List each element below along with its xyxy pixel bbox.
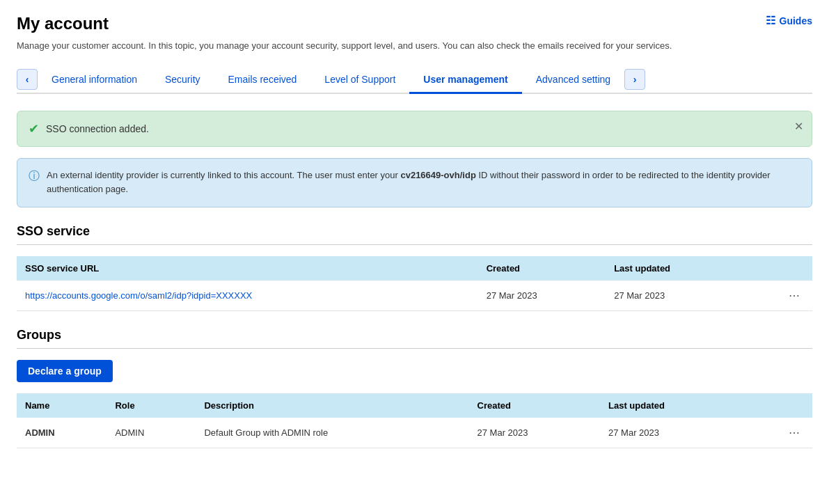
group-actions-cell: ⋯ bbox=[742, 418, 812, 448]
info-alert: ⓘ An external identity provider is curre… bbox=[17, 158, 812, 208]
success-alert-close-button[interactable]: ✕ bbox=[794, 120, 803, 133]
sso-section-title: SSO service bbox=[17, 224, 812, 239]
tab-level-of-support[interactable]: Level of Support bbox=[310, 67, 409, 94]
tab-user-management[interactable]: User management bbox=[409, 67, 521, 94]
tab-prev-button[interactable]: ‹ bbox=[17, 69, 38, 90]
info-alert-text: An external identity provider is current… bbox=[47, 168, 800, 198]
page-subtitle: Manage your customer account. In this to… bbox=[17, 39, 812, 53]
sso-created-cell: 27 Mar 2023 bbox=[478, 281, 606, 311]
group-row-actions-button[interactable]: ⋯ bbox=[784, 425, 804, 441]
groups-table-header-row: Name Role Description Created Last updat… bbox=[17, 393, 812, 418]
table-row: ADMIN ADMIN Default Group with ADMIN rol… bbox=[17, 418, 812, 448]
groups-col-name: Name bbox=[17, 393, 106, 418]
page-title: My account bbox=[17, 14, 109, 33]
sso-service-section: SSO service SSO service URL Created Last… bbox=[17, 224, 812, 311]
tab-advanced-setting[interactable]: Advanced setting bbox=[522, 67, 624, 94]
groups-col-role: Role bbox=[106, 393, 196, 418]
guides-link[interactable]: ☷ Guides bbox=[766, 14, 812, 27]
sso-url-link[interactable]: https://accounts.google.com/o/saml2/idp?… bbox=[25, 290, 252, 301]
groups-divider bbox=[17, 348, 812, 349]
tabs-container: ‹ General information Security Emails re… bbox=[17, 67, 812, 94]
sso-table: SSO service URL Created Last updated htt… bbox=[17, 256, 812, 311]
sso-url-cell: https://accounts.google.com/o/saml2/idp?… bbox=[17, 281, 478, 311]
success-alert-text: SSO connection added. bbox=[46, 123, 149, 134]
group-description-cell: Default Group with ADMIN role bbox=[196, 418, 468, 448]
success-icon: ✔ bbox=[29, 121, 39, 136]
sso-row-actions-button[interactable]: ⋯ bbox=[784, 288, 804, 304]
sso-col-created: Created bbox=[478, 256, 606, 281]
guides-icon: ☷ bbox=[766, 14, 775, 27]
success-alert: ✔ SSO connection added. ✕ bbox=[17, 111, 812, 147]
group-name-cell: ADMIN bbox=[17, 418, 106, 448]
sso-col-url: SSO service URL bbox=[17, 256, 478, 281]
sso-col-actions bbox=[744, 256, 812, 281]
sso-updated-cell: 27 Mar 2023 bbox=[606, 281, 743, 311]
tab-general-information[interactable]: General information bbox=[38, 67, 151, 94]
groups-table: Name Role Description Created Last updat… bbox=[17, 393, 812, 448]
group-created-cell: 27 Mar 2023 bbox=[469, 418, 601, 448]
groups-section: Groups Declare a group Name Role Descrip… bbox=[17, 328, 812, 448]
groups-col-description: Description bbox=[196, 393, 468, 418]
sso-divider bbox=[17, 244, 812, 245]
group-updated-cell: 27 Mar 2023 bbox=[600, 418, 742, 448]
declare-group-button[interactable]: Declare a group bbox=[17, 360, 113, 382]
groups-col-created: Created bbox=[469, 393, 601, 418]
tab-emails-received[interactable]: Emails received bbox=[214, 67, 311, 94]
groups-section-title: Groups bbox=[17, 328, 812, 342]
tab-next-button[interactable]: › bbox=[624, 69, 645, 90]
sso-col-last-updated: Last updated bbox=[606, 256, 743, 281]
info-idp-id: cv216649-ovh/idp bbox=[400, 170, 475, 180]
group-role-cell: ADMIN bbox=[106, 418, 196, 448]
tab-security[interactable]: Security bbox=[151, 67, 214, 94]
sso-actions-cell: ⋯ bbox=[744, 281, 812, 311]
table-row: https://accounts.google.com/o/saml2/idp?… bbox=[17, 281, 812, 311]
guides-label: Guides bbox=[780, 15, 812, 26]
sso-table-header-row: SSO service URL Created Last updated bbox=[17, 256, 812, 281]
groups-col-actions bbox=[742, 393, 812, 418]
info-icon: ⓘ bbox=[29, 169, 40, 184]
groups-col-last-updated: Last updated bbox=[600, 393, 742, 418]
info-text-before: An external identity provider is current… bbox=[47, 170, 400, 180]
